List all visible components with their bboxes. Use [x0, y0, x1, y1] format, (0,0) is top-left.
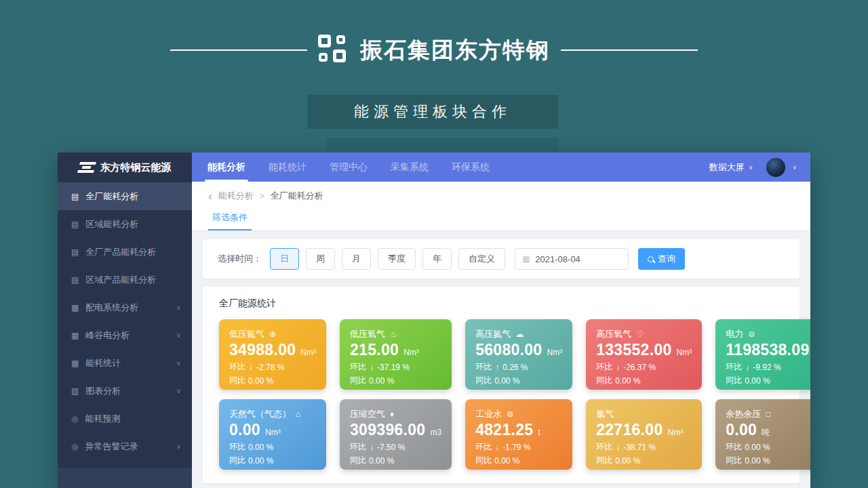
stat-value: 215.00	[350, 341, 399, 359]
stat-value-row: 4821.25 t	[475, 421, 562, 439]
yoy-value: 0.00 %	[745, 376, 770, 386]
sidebar-item-label: 异常告警记录	[85, 441, 138, 453]
stat-card[interactable]: 高压氧气 ♡ 133552.00 Nm³ 环比 ↓ -26.37 %	[586, 319, 702, 390]
mom-label: 环比	[229, 441, 245, 453]
breadcrumb: ‹ 能耗分析 > 全厂能耗分析	[192, 182, 810, 210]
sidebar-item[interactable]: ▦ 能耗统计 ∨	[58, 349, 192, 377]
date-value: 2021-08-04	[535, 254, 580, 264]
stat-value-row: 215.00 Nm³	[350, 341, 441, 359]
stat-card[interactable]: 压缩空气 ♦ 309396.00 m3 环比 ↓ -7.50 %	[340, 399, 452, 470]
stat-card-title: 余热余压 □	[726, 408, 810, 420]
sidebar-item-label: 能耗预测	[85, 413, 120, 425]
nav-tab[interactable]: 环保系统	[440, 152, 501, 182]
stat-card[interactable]: 低压氧气 ♨ 215.00 Nm³ 环比 ↓ -37.19 %	[340, 319, 452, 390]
energy-type-icon: ☁	[515, 329, 524, 339]
energy-type-icon: ⊚	[507, 409, 513, 419]
stat-unit: 吨	[762, 427, 770, 439]
breadcrumb-root[interactable]: 能耗分析	[218, 190, 254, 202]
stats-panel: 全厂能源统计 低压氮气 ⊕ 34988.00 Nm³	[203, 287, 800, 483]
time-range-button[interactable]: 月	[342, 248, 371, 270]
mom-row: 环比 ↓ -38.71 %	[596, 441, 692, 453]
brand-name: 东方特钢云能源	[100, 161, 172, 174]
yoy-value: 0.00 %	[369, 456, 394, 466]
page-head: ‹ 能耗分析 > 全厂能耗分析 筛选条件	[192, 182, 810, 231]
yoy-row: 同比 0.00 %	[475, 455, 562, 466]
chevron-down-icon: ∨	[176, 331, 181, 339]
sidebar-item[interactable]: ▤ 区域能耗分析	[58, 210, 192, 238]
sidebar-item-label: 全厂能耗分析	[85, 190, 138, 203]
stat-card-title: 天然气（气态） ⌂	[229, 408, 316, 420]
sidebar-item[interactable]: ◎ 异常告警记录 ∨	[58, 432, 192, 460]
stat-card[interactable]: 氩气 22716.00 Nm³ 环比 ↓ -38.71 %	[586, 399, 702, 470]
sidebar-item[interactable]: ▤ 全厂产品能耗分析	[58, 238, 192, 266]
yoy-label: 同比	[229, 375, 245, 386]
stat-value: 0.00	[229, 421, 260, 439]
mom-value: -37.19 %	[377, 363, 410, 372]
data-screen-link[interactable]: 数据大屏 ∨	[709, 161, 753, 174]
chevron-down-icon[interactable]: ∨	[792, 164, 797, 171]
trend-arrow-icon: ↓	[495, 443, 499, 452]
sidebar-item[interactable]: ▦ 峰谷电分析 ∨	[58, 321, 192, 349]
stat-card[interactable]: 天然气（气态） ⌂ 0.00 Nm³ 环比 0.00 %	[219, 399, 326, 470]
breadcrumb-current: 全厂能耗分析	[271, 190, 323, 202]
stat-card-title: 低压氮气 ⊕	[229, 328, 316, 340]
sidebar-menu: ▤ 全厂能耗分析 ▤ 区域能耗分析 ▤ 全厂产品能耗分析 ▤	[58, 182, 192, 460]
energy-name: 天然气（气态）	[229, 408, 291, 420]
back-arrow-icon[interactable]: ‹	[208, 190, 212, 202]
data-screen-label: 数据大屏	[709, 161, 745, 174]
mom-label: 环比	[229, 361, 245, 373]
sidebar-item[interactable]: ▨ 图表分析 ∨	[58, 377, 192, 405]
stat-card[interactable]: 电力 ⊜ 1198538.09 kw.h 环比 ↓ -9.92 %	[715, 319, 810, 390]
time-range-button[interactable]: 季度	[378, 248, 416, 270]
query-button[interactable]: 查询	[638, 248, 685, 270]
stat-unit: Nm³	[667, 428, 683, 437]
stat-card[interactable]: 低压氮气 ⊕ 34988.00 Nm³ 环比 ↓ -2.78 %	[219, 319, 326, 390]
tab-filter-conditions[interactable]: 筛选条件	[208, 210, 252, 230]
time-range-button[interactable]: 日	[270, 248, 299, 270]
stat-value-row: 22716.00 Nm³	[596, 421, 692, 439]
stat-value: 0.00	[726, 421, 757, 439]
stat-card-title: 低压氧气 ♨	[350, 328, 441, 340]
menu-icon: ▦	[71, 359, 79, 368]
mom-row: 环比 ↓ -1.79 %	[475, 441, 562, 453]
time-range-button[interactable]: 自定义	[458, 248, 505, 270]
time-range-button[interactable]: 年	[422, 248, 452, 270]
time-select-label: 选择时间：	[218, 253, 262, 265]
menu-icon: ◎	[71, 442, 78, 451]
stat-card[interactable]: 工业水 ⊚ 4821.25 t 环比 ↓ -1.79 %	[465, 399, 572, 470]
yoy-label: 同比	[475, 375, 492, 386]
stat-card[interactable]: 高压氮气 ☁ 56080.00 Nm³ 环比 ↑ 0.26 %	[465, 319, 572, 390]
trend-arrow-icon: ↓	[616, 443, 620, 452]
sidebar-item[interactable]: ▤ 全厂能耗分析	[58, 182, 192, 210]
stat-card[interactable]: 余热余压 □ 0.00 吨 环比 0.00 %	[715, 399, 810, 470]
mom-label: 环比	[726, 361, 742, 373]
nav-tab[interactable]: 管理中心	[318, 152, 379, 182]
date-picker-input[interactable]: ▦ 2021-08-04	[515, 248, 629, 270]
nav-tab[interactable]: 采集系统	[379, 152, 440, 182]
yoy-row: 同比 0.00 %	[350, 455, 441, 466]
avatar[interactable]	[766, 158, 785, 177]
group-logo-icon	[318, 35, 349, 66]
mom-value: -38.71 %	[623, 443, 656, 452]
yoy-label: 同比	[475, 455, 492, 466]
mom-label: 环比	[350, 361, 366, 373]
nav-tab[interactable]: 能耗分析	[196, 152, 257, 182]
time-range-button[interactable]: 周	[306, 248, 335, 270]
yoy-value: 0.00 %	[494, 376, 519, 386]
stat-unit: m3	[430, 428, 441, 437]
sidebar-item[interactable]: ▦ 配电系统分析 ∨	[58, 293, 192, 321]
stat-value-row: 0.00 吨	[726, 421, 810, 439]
sidebar-item[interactable]: ◎ 能耗预测	[58, 405, 192, 432]
trend-arrow-icon: ↓	[249, 363, 253, 372]
sidebar-item-label: 能耗统计	[85, 357, 121, 369]
stat-value-row: 56080.00 Nm³	[475, 341, 562, 359]
mom-label: 环比	[726, 441, 742, 453]
nav-tab[interactable]: 能耗统计	[257, 152, 318, 182]
stat-value: 309396.00	[350, 421, 425, 439]
mom-label: 环比	[596, 441, 612, 453]
energy-type-icon: ♡	[636, 329, 644, 339]
stat-value: 56080.00	[475, 341, 542, 359]
brand-logo-icon	[77, 162, 96, 173]
mom-row: 环比 0.00 %	[726, 441, 810, 453]
sidebar-item[interactable]: ▤ 区域产品能耗分析	[58, 266, 192, 293]
